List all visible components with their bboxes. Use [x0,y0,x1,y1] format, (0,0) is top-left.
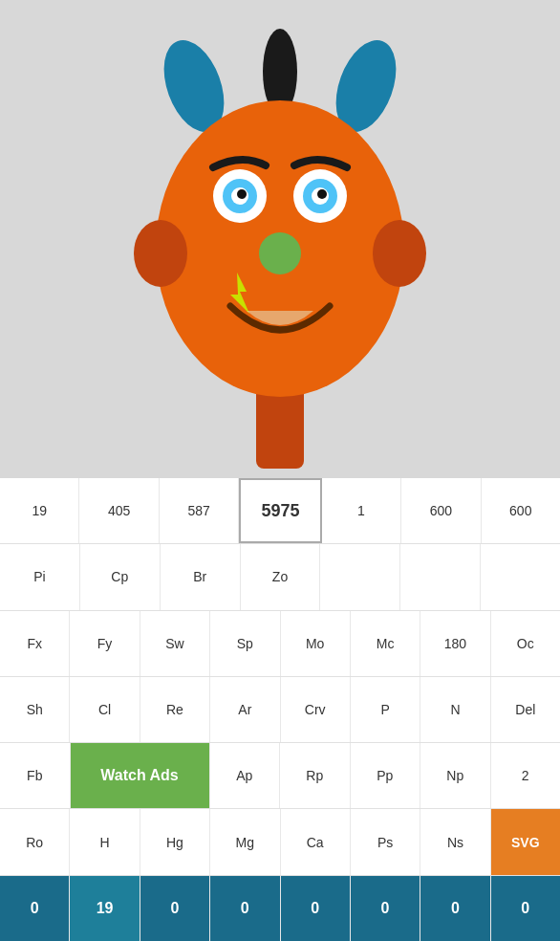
cell-crv[interactable]: Crv [281,677,351,742]
row-fb: Fb Watch Ads Ap Rp Pp Np 2 [0,743,560,809]
cell-ca[interactable]: Ca [281,809,351,874]
row-fx: Fx Fy Sw Sp Mo Mc 180 Oc [0,611,560,677]
cell-bottom-19[interactable]: 19 [70,876,140,941]
cell-ar[interactable]: Ar [210,677,280,742]
cell-ns[interactable]: Ns [420,809,490,874]
cell-600b[interactable]: 600 [482,478,560,543]
cell-405[interactable]: 405 [79,478,159,543]
cell-ro[interactable]: Ro [0,809,70,874]
character-svg [89,10,471,469]
cell-sw[interactable]: Sw [140,611,210,676]
cell-hg[interactable]: Hg [140,809,210,874]
cell-180[interactable]: 180 [420,611,490,676]
cell-sp[interactable]: Sp [210,611,280,676]
cell-bottom-0c[interactable]: 0 [210,876,280,941]
row-sh: Sh Cl Re Ar Crv P N Del [0,677,560,743]
svg-point-14 [317,189,327,199]
cell-re[interactable]: Re [140,677,210,742]
cell-br[interactable]: Br [161,544,241,609]
cell-bottom-0d[interactable]: 0 [281,876,351,941]
svg-button[interactable]: SVG [491,809,560,874]
cell-empty2 [400,544,481,609]
cell-bottom-0f[interactable]: 0 [420,876,490,941]
cell-pi[interactable]: Pi [0,544,80,609]
cell-h[interactable]: H [70,809,140,874]
cell-2[interactable]: 2 [491,743,561,808]
cell-fb[interactable]: Fb [0,743,71,808]
row-bottom: 0 19 0 0 0 0 0 0 [0,876,560,941]
row-ro: Ro H Hg Mg Ca Ps Ns SVG [0,809,560,875]
cell-rp[interactable]: Rp [280,743,351,808]
cell-cl[interactable]: Cl [70,677,140,742]
cell-bottom-0b[interactable]: 0 [140,876,210,941]
cell-empty1 [320,544,400,609]
cell-np[interactable]: Np [420,743,491,808]
cell-cp[interactable]: Cp [80,544,161,609]
cell-empty3 [481,544,560,609]
character-area [0,0,560,478]
cell-pp[interactable]: Pp [351,743,421,808]
cell-oc[interactable]: Oc [491,611,560,676]
grid-area: 19 405 587 5975 1 600 600 Pi Cp Br Zo Fx… [0,478,560,941]
cell-bottom-0e[interactable]: 0 [351,876,420,941]
cell-587[interactable]: 587 [160,478,239,543]
cell-600a[interactable]: 600 [401,478,481,543]
svg-point-13 [237,189,247,199]
cell-1[interactable]: 1 [322,478,401,543]
svg-point-5 [134,220,187,287]
cell-sh[interactable]: Sh [0,677,70,742]
cell-mc[interactable]: Mc [351,611,420,676]
watch-ads-button[interactable]: Watch Ads [71,743,210,808]
cell-19[interactable]: 19 [0,478,79,543]
svg-point-15 [259,232,301,274]
cell-fy[interactable]: Fy [70,611,140,676]
cell-del[interactable]: Del [491,677,560,742]
cell-ps[interactable]: Ps [351,809,420,874]
row-pi: Pi Cp Br Zo [0,544,560,610]
svg-point-6 [373,220,426,287]
cell-fx[interactable]: Fx [0,611,70,676]
row-numbers: 19 405 587 5975 1 600 600 [0,478,560,544]
cell-5975[interactable]: 5975 [239,478,321,543]
cell-p[interactable]: P [351,677,420,742]
cell-mo[interactable]: Mo [281,611,351,676]
cell-bottom-0g[interactable]: 0 [491,876,560,941]
cell-zo[interactable]: Zo [241,544,321,609]
cell-bottom-0a[interactable]: 0 [0,876,70,941]
cell-mg[interactable]: Mg [210,809,280,874]
cell-n[interactable]: N [420,677,490,742]
cell-ap[interactable]: Ap [210,743,281,808]
